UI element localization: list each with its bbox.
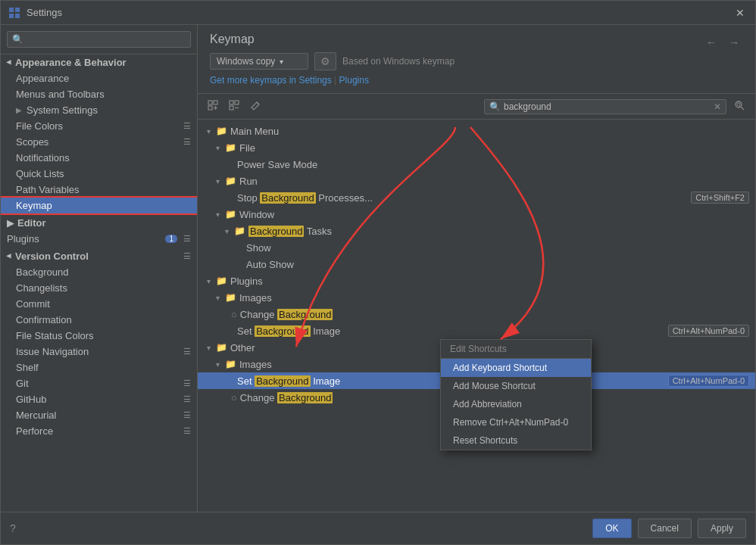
highlight-background: Background: [260, 192, 315, 204]
get-more-link[interactable]: Get more keymaps in Settings: [210, 75, 332, 86]
sidebar-item-git[interactable]: Git ☰: [1, 375, 197, 391]
main-content: ▾ Appearance & Behavior Appearance Menus…: [1, 25, 755, 512]
tree-item-main-menu[interactable]: ▾ 📁 Main Menu: [198, 123, 755, 139]
ctx-add-abbreviation[interactable]: Add Abbreviation: [441, 395, 591, 413]
sidebar-item-changelists[interactable]: Changelists: [1, 280, 197, 296]
svg-rect-6: [208, 106, 212, 110]
sidebar-item-path-variables[interactable]: Path Variables: [1, 182, 197, 198]
tree-item-background-tasks[interactable]: ▾ 📁 Background Tasks: [198, 223, 755, 239]
perforce-icon: ☰: [183, 426, 191, 436]
sidebar-item-commit[interactable]: Commit: [1, 296, 197, 312]
expand-arrow: ▾: [207, 344, 216, 352]
sidebar-item-github[interactable]: GitHub ☰: [1, 391, 197, 407]
close-button[interactable]: ✕: [733, 5, 748, 20]
tree-item-images[interactable]: ▾ 📁 Images: [198, 289, 755, 306]
keymap-tree: ▾ 📁 Main Menu ▾ 📁 File Power Save Mode: [198, 120, 755, 512]
svg-rect-9: [230, 101, 233, 104]
tree-item-set-background-image[interactable]: Set Background Image Ctrl+Alt+NumPad-0: [198, 322, 755, 339]
tree-item-show[interactable]: Show: [198, 239, 755, 256]
tree-item-window[interactable]: ▾ 📁 Window: [198, 206, 755, 223]
expand-arrow: ▶: [7, 217, 14, 229]
sidebar-item-menus-toolbars[interactable]: Menus and Toolbars: [1, 86, 197, 102]
keymap-dropdown[interactable]: Windows copy ▾: [210, 53, 308, 70]
keymap-search-container[interactable]: 🔍 ✕: [484, 99, 726, 114]
item-label: Plugins: [230, 276, 749, 287]
help-button[interactable]: ?: [10, 522, 16, 534]
ctx-reset-shortcuts[interactable]: Reset Shortcuts: [441, 431, 591, 450]
svg-line-15: [741, 107, 744, 110]
sidebar-item-confirmation[interactable]: Confirmation: [1, 312, 197, 328]
sidebar-item-quick-lists[interactable]: Quick Lists: [1, 166, 197, 182]
folder-icon: 📁: [225, 209, 236, 220]
svg-rect-2: [9, 14, 14, 18]
svg-rect-1: [15, 8, 20, 12]
sidebar-item-file-colors[interactable]: File Colors ☰: [1, 118, 197, 134]
svg-rect-5: [214, 101, 217, 104]
sidebar-item-scopes[interactable]: Scopes ☰: [1, 134, 197, 150]
folder-icon: 📁: [225, 176, 236, 186]
keymap-title: Keymap: [210, 33, 255, 46]
edit-button[interactable]: [246, 98, 264, 115]
expand-arrow: ▾: [216, 144, 225, 152]
sidebar-item-appearance-behavior[interactable]: ▾ Appearance & Behavior: [1, 54, 197, 70]
svg-point-14: [736, 101, 742, 107]
folder-icon: 📁: [225, 359, 236, 369]
context-menu-header: Edit Shortcuts: [441, 340, 591, 359]
ok-button[interactable]: OK: [592, 519, 631, 538]
expand-arrow: ▾: [4, 254, 15, 259]
sidebar-item-perforce[interactable]: Perforce ☰: [1, 423, 197, 439]
svg-rect-4: [208, 101, 212, 104]
item-label: Stop Background Processes...: [237, 192, 691, 204]
sidebar-item-issue-navigation[interactable]: Issue Navigation ☰: [1, 344, 197, 360]
ctx-remove-shortcut[interactable]: Remove Ctrl+Alt+NumPad-0: [441, 413, 591, 431]
radio-button: ○: [231, 309, 237, 320]
app-icon: [8, 7, 20, 19]
keymap-settings-button[interactable]: ⚙: [314, 52, 336, 70]
expand-all-button[interactable]: [204, 98, 222, 115]
ctx-add-keyboard[interactable]: Add Keyboard Shortcut: [441, 359, 591, 377]
sidebar-item-keymap[interactable]: Keymap: [1, 198, 197, 213]
sidebar-item-system-settings[interactable]: ▶ System Settings: [1, 102, 197, 118]
github-icon: ☰: [183, 394, 191, 404]
sidebar-item-plugins[interactable]: Plugins 1 ☰: [1, 231, 197, 247]
keymap-links: Get more keymaps in Settings | Plugins: [210, 75, 743, 86]
folder-icon: 📁: [216, 126, 227, 136]
collapse-all-button[interactable]: [225, 98, 243, 115]
item-label: Images: [239, 292, 749, 304]
tree-item-plugins[interactable]: ▾ 📁 Plugins: [198, 272, 755, 289]
tree-item-file[interactable]: ▾ 📁 File: [198, 139, 755, 156]
issue-nav-icon: ☰: [183, 347, 191, 357]
tree-item-change-background[interactable]: ○ Change Background: [198, 306, 755, 322]
expand-arrow: ▾: [207, 277, 216, 285]
apply-button[interactable]: Apply: [698, 519, 746, 538]
highlight-background: Background: [255, 325, 310, 337]
tree-item-auto-show[interactable]: Auto Show: [198, 256, 755, 272]
keymap-search-input[interactable]: [504, 101, 711, 112]
sidebar-item-file-status-colors[interactable]: File Status Colors: [1, 328, 197, 344]
sidebar-item-shelf[interactable]: Shelf: [1, 360, 197, 375]
sidebar-search-input[interactable]: [7, 31, 191, 48]
nav-back-button[interactable]: ←: [702, 34, 720, 51]
tree-item-power-save-mode[interactable]: Power Save Mode: [198, 156, 755, 173]
sidebar-item-notifications[interactable]: Notifications: [1, 150, 197, 166]
svg-line-13: [257, 102, 259, 104]
sidebar-item-appearance[interactable]: Appearance: [1, 70, 197, 86]
nav-forward-button[interactable]: →: [725, 34, 743, 51]
sidebar-item-mercurial[interactable]: Mercurial ☰: [1, 407, 197, 423]
section-label: Appearance & Behavior: [15, 57, 127, 68]
main-panel: Keymap ← → Windows copy ▾ ⚙ Based on Win…: [198, 25, 755, 512]
plugins-link[interactable]: Plugins: [339, 75, 369, 86]
cancel-button[interactable]: Cancel: [638, 519, 692, 538]
sidebar-item-background[interactable]: Background: [1, 264, 197, 280]
sidebar-item-editor[interactable]: ▶ Editor: [1, 215, 197, 231]
tree-item-run[interactable]: ▾ 📁 Run: [198, 173, 755, 189]
tree-item-stop-background[interactable]: Stop Background Processes... Ctrl+Shift+…: [198, 189, 755, 206]
expand-arrow: ▾: [4, 60, 15, 65]
sidebar-item-version-control[interactable]: ▾ Version Control ☰: [1, 248, 197, 264]
expand-arrow: ▾: [216, 294, 225, 302]
expand-arrow: ▾: [225, 227, 234, 235]
find-usages-button[interactable]: [729, 97, 749, 116]
ctx-add-mouse[interactable]: Add Mouse Shortcut: [441, 377, 591, 395]
sidebar-search-container[interactable]: [1, 25, 197, 54]
search-clear-button[interactable]: ✕: [714, 101, 721, 112]
